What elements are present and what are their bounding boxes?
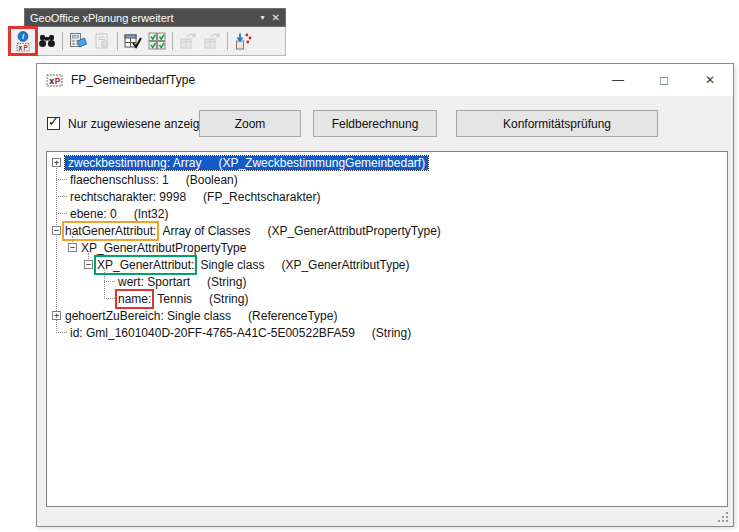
xplanung-dialog-icon: x P — [46, 73, 63, 88]
tree-row-flaechenschluss[interactable]: flaechenschluss: 1(Boolean) — [47, 171, 727, 188]
expand-icon[interactable]: + — [52, 158, 61, 167]
collapse-icon[interactable]: − — [84, 260, 93, 269]
toolbar-window: GeoOffice xPlanung erweitert ▾ ✕ i x P — [8, 8, 286, 56]
nur-zugewiesene-checkbox[interactable]: ✓ — [47, 117, 60, 130]
export-points-icon[interactable] — [231, 29, 255, 53]
tree-row-label: zweckbestimmung: Array — [68, 156, 201, 170]
konformitaetspruefung-button[interactable]: Konformitätsprüfung — [456, 110, 658, 137]
annotated-token-green: XP_GenerAttribut: — [97, 258, 194, 272]
tree-row-type: (Int32) — [134, 207, 169, 221]
tree-row-type: (ReferenceType) — [248, 309, 337, 323]
toolbar-close-icon[interactable]: ✕ — [272, 12, 280, 23]
tree-row-label: Tennis — [157, 292, 192, 306]
tree-row-type: (String) — [209, 292, 248, 306]
svg-text:x: x — [49, 76, 54, 86]
tree-row-ebene[interactable]: ebene: 0(Int32) — [47, 205, 727, 222]
tree-row-type: (XP_GenerAttributPropertyType) — [267, 224, 440, 238]
tree-row-hatgenerattribut[interactable]: − hatGenerAttribut:Array of Classes(XP_G… — [47, 222, 727, 239]
tree-row-name[interactable]: name:Tennis(String) — [47, 290, 727, 307]
tree-row-gehoertzubereich[interactable]: + gehoertZuBereich: Single class(Referen… — [47, 307, 727, 324]
resize-grip[interactable] — [717, 510, 730, 523]
validate-grid-icon[interactable] — [145, 29, 169, 53]
xplanung-info-icon[interactable]: i x P — [11, 29, 35, 53]
field-calculator-icon[interactable] — [66, 29, 90, 53]
window-controls: — □ ✕ — [595, 64, 733, 96]
tree-row-label: rechtscharakter: 9998 — [70, 190, 186, 204]
tree-row-xp-generattribut[interactable]: − XP_GenerAttribut:Single class(XP_Gener… — [47, 256, 727, 273]
toolbar-separator — [117, 32, 118, 50]
toolbar-separator — [227, 32, 228, 50]
dialog-title: FP_GemeinbedarfType — [71, 73, 595, 87]
tree-row-label: Single class — [200, 258, 264, 272]
toolbar-dropdown-icon[interactable]: ▾ — [261, 13, 265, 22]
toolbar-separator — [62, 32, 63, 50]
tree-stub — [104, 298, 115, 299]
svg-text:x: x — [18, 43, 22, 50]
tree-row-id[interactable]: id: Gml_1601040D-20FF-4765-A41C-5E00522B… — [47, 324, 727, 341]
dialog-control-row: ✓ Nur zugewiesene anzeigen Zoom Feldbere… — [47, 109, 723, 139]
tree-row-label: XP_GenerAttributPropertyType — [81, 241, 246, 255]
tree-row-label: wert: Sportart — [118, 275, 190, 289]
expand-icon[interactable]: + — [52, 311, 61, 320]
tree-row-type: (String) — [207, 275, 246, 289]
tree-row-label: ebene: 0 — [70, 207, 117, 221]
minimize-icon[interactable]: — — [595, 64, 641, 96]
assign-table-icon[interactable] — [176, 29, 200, 53]
properties-list-icon[interactable] — [90, 29, 114, 53]
collapse-icon[interactable]: − — [68, 243, 77, 252]
toolbar-separator — [172, 32, 173, 50]
tree-row-type: (XP_GenerAttributType) — [281, 258, 409, 272]
maximize-icon[interactable]: □ — [641, 64, 687, 96]
tree-row-label: flaechenschluss: 1 — [70, 173, 169, 187]
tree-stub — [56, 196, 67, 197]
tree-stub — [56, 213, 67, 214]
binoculars-search-icon[interactable] — [35, 29, 59, 53]
feldberechnung-button[interactable]: Feldberechnung — [313, 110, 437, 137]
toolbar-icon-row: i x P — [8, 27, 286, 56]
tree-stub — [56, 179, 67, 180]
assign-table-alt-icon[interactable] — [200, 29, 224, 53]
tree-row-type: (FP_Rechtscharakter) — [203, 190, 320, 204]
tree-row-type: (XP_ZweckbestimmungGemeinbedarf) — [218, 156, 425, 170]
tree-row-type: (Boolean) — [186, 173, 238, 187]
svg-text:P: P — [23, 43, 28, 50]
attribute-table-check-icon[interactable] — [121, 29, 145, 53]
tree-row-xp-generattributpropertytype[interactable]: − XP_GenerAttributPropertyType — [47, 239, 727, 256]
attribute-tree[interactable]: + zweckbestimmung: Array(XP_Zweckbestimm… — [46, 151, 728, 507]
toolbar-titlebar[interactable]: GeoOffice xPlanung erweitert ▾ ✕ — [24, 8, 286, 27]
close-icon[interactable]: ✕ — [687, 64, 733, 96]
zoom-button[interactable]: Zoom — [199, 110, 301, 137]
svg-text:P: P — [55, 76, 61, 86]
tree-row-zweckbestimmung[interactable]: + zweckbestimmung: Array(XP_Zweckbestimm… — [47, 154, 727, 171]
dialog-fp-gemeinbedarftype: x P FP_GemeinbedarfType — □ ✕ ✓ Nur zuge… — [36, 63, 734, 527]
tree-stub — [56, 332, 67, 333]
toolbar-title: GeoOffice xPlanung erweitert — [30, 12, 257, 24]
collapse-icon[interactable]: − — [52, 226, 61, 235]
tree-row-type: (String) — [372, 326, 411, 340]
annotated-token-red: name: — [118, 292, 151, 306]
tree-row-label: Array of Classes — [162, 224, 250, 238]
checkmark-icon: ✓ — [48, 115, 59, 128]
checkbox-label[interactable]: Nur zugewiesene anzeigen — [68, 117, 213, 131]
tree-row-wert[interactable]: wert: Sportart(String) — [47, 273, 727, 290]
tree-stub — [104, 281, 115, 282]
dialog-titlebar[interactable]: x P FP_GemeinbedarfType — □ ✕ — [37, 64, 733, 96]
tree-row-label: gehoertZuBereich: Single class — [65, 309, 231, 323]
tree-row-rechtscharakter[interactable]: rechtscharakter: 9998(FP_Rechtscharakter… — [47, 188, 727, 205]
annotated-token-orange: hatGenerAttribut: — [65, 224, 156, 238]
tree-row-label: id: Gml_1601040D-20FF-4765-A41C-5E00522B… — [70, 326, 355, 340]
